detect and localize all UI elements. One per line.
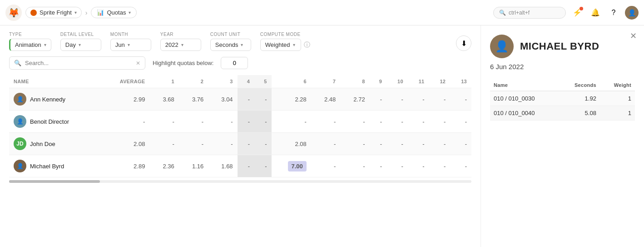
value-cell[interactable]: - <box>450 88 471 111</box>
value-cell[interactable]: - <box>208 111 237 133</box>
value-cell[interactable]: 2.48 <box>311 88 340 111</box>
value-cell[interactable]: 3.68 <box>149 88 178 111</box>
value-cell[interactable]: - <box>179 133 208 155</box>
value-cell[interactable]: - <box>450 133 471 155</box>
year-label: YEAR <box>160 32 201 37</box>
value-cell[interactable]: 2.08 <box>272 133 311 155</box>
value-cell[interactable]: - <box>340 155 369 177</box>
value-cell[interactable]: - <box>149 133 178 155</box>
highlight-input[interactable] <box>221 57 248 69</box>
main-area: TYPE Animation ▾ DETAIL LEVEL Day ▾ MONT… <box>0 25 481 183</box>
type-chevron-icon: ▾ <box>44 42 46 47</box>
table-row[interactable]: 👤Ann Kennedy2.993.683.763.04--2.282.482.… <box>9 88 471 111</box>
value-cell[interactable]: - <box>340 133 369 155</box>
scrollbar-track[interactable] <box>9 180 471 183</box>
month-select[interactable]: Jun ▾ <box>110 39 151 51</box>
col-header-9: 9 <box>370 75 387 88</box>
value-cell[interactable]: - <box>238 133 255 155</box>
user-avatar[interactable]: 👤 <box>625 6 639 20</box>
value-cell[interactable]: 2.28 <box>272 88 311 111</box>
type-select[interactable]: Animation ▾ <box>9 39 51 51</box>
value-cell[interactable]: 1.16 <box>179 155 208 177</box>
breadcrumb-arrow: › <box>85 9 88 16</box>
value-cell[interactable]: - <box>429 133 451 155</box>
value-cell[interactable]: - <box>238 111 255 133</box>
count-value: Seconds <box>215 41 238 48</box>
value-cell[interactable]: - <box>370 155 387 177</box>
panel-person-name: MICHAEL BYRD <box>520 40 599 52</box>
value-cell[interactable]: - <box>386 155 408 177</box>
filters-bar: TYPE Animation ▾ DETAIL LEVEL Day ▾ MONT… <box>0 25 481 51</box>
project-selector[interactable]: Sprite Fright ▾ <box>25 7 82 18</box>
value-cell[interactable]: - <box>408 111 429 133</box>
compute-value: Weighted <box>265 41 290 48</box>
value-cell[interactable]: - <box>254 133 272 155</box>
table-search-container: 🔍 ✕ <box>9 56 145 70</box>
person-name-cell: 👤Ann Kennedy <box>9 88 101 111</box>
compute-select[interactable]: Weighted ▾ <box>260 39 301 51</box>
value-cell[interactable]: 2.36 <box>149 155 178 177</box>
value-cell[interactable]: - <box>254 111 272 133</box>
value-cell[interactable]: 1.68 <box>208 155 237 177</box>
value-cell[interactable]: - <box>340 111 369 133</box>
activity-button[interactable]: ⚡ <box>570 6 584 20</box>
person-name-cell: 👤Michael Byrd <box>9 155 101 177</box>
count-select[interactable]: Seconds ▾ <box>210 39 251 51</box>
table-header-row: NAME AVERAGE 1 2 3 4 5 6 7 8 9 10 11 12 … <box>9 75 471 88</box>
value-cell[interactable]: 3.76 <box>179 88 208 111</box>
value-cell[interactable]: - <box>311 133 340 155</box>
value-cell[interactable]: 2.72 <box>340 88 369 111</box>
value-cell[interactable]: - <box>429 155 451 177</box>
value-cell[interactable]: - <box>408 155 429 177</box>
highlighted-value: 7.00 <box>288 161 307 171</box>
person-cell: 👤Benoit Director <box>14 115 96 128</box>
value-cell[interactable]: - <box>408 133 429 155</box>
help-button[interactable]: ? <box>607 6 620 20</box>
value-cell[interactable]: - <box>408 88 429 111</box>
value-cell[interactable]: - <box>386 133 408 155</box>
compute-help-icon[interactable]: ⓘ <box>304 41 310 49</box>
value-cell[interactable]: - <box>149 111 178 133</box>
value-cell[interactable]: - <box>450 155 471 177</box>
value-cell[interactable]: - <box>311 111 340 133</box>
value-cell[interactable]: - <box>370 111 387 133</box>
panel-row-weight: 1 <box>600 91 635 106</box>
global-search[interactable]: 🔍 ctrl+alt+f <box>493 7 566 19</box>
value-cell[interactable]: - <box>179 111 208 133</box>
value-cell[interactable]: - <box>429 111 451 133</box>
average-cell: 2.99 <box>101 88 150 111</box>
table-row[interactable]: JDJohn Doe2.08-----2.08------- <box>9 133 471 155</box>
table-row[interactable]: 👤Benoit Director-------------- <box>9 111 471 133</box>
value-cell[interactable]: 3.04 <box>208 88 237 111</box>
value-cell[interactable]: 7.00 <box>272 155 311 177</box>
year-select[interactable]: 2022 ▾ <box>160 39 201 51</box>
value-cell[interactable]: - <box>311 155 340 177</box>
value-cell[interactable]: - <box>386 88 408 111</box>
table-row[interactable]: 👤Michael Byrd2.892.361.161.68--7.00-----… <box>9 155 471 177</box>
value-cell[interactable]: - <box>254 88 272 111</box>
value-cell[interactable]: - <box>386 111 408 133</box>
detail-select[interactable]: Day ▾ <box>60 39 101 51</box>
compute-chevron-icon: ▾ <box>293 42 295 47</box>
quotas-nav[interactable]: 📊 Quotas ▾ <box>91 7 137 18</box>
value-cell[interactable]: - <box>238 155 255 177</box>
value-cell[interactable]: - <box>272 111 311 133</box>
value-cell[interactable]: - <box>254 155 272 177</box>
panel-row-name: 010 / 010_0030 <box>490 91 559 106</box>
notifications-button[interactable]: 🔔 <box>589 6 602 20</box>
value-cell[interactable]: - <box>208 133 237 155</box>
download-button[interactable]: ⬇ <box>456 35 471 51</box>
col-header-12: 12 <box>429 75 451 88</box>
value-cell[interactable]: - <box>370 88 387 111</box>
value-cell[interactable]: - <box>429 88 451 111</box>
person-avatar: 👤 <box>14 93 26 106</box>
month-value: Jun <box>115 41 125 48</box>
value-cell[interactable]: - <box>238 88 255 111</box>
table-search-input[interactable] <box>25 60 132 66</box>
panel-row-seconds: 1.92 <box>559 91 600 106</box>
close-panel-button[interactable]: ✕ <box>630 31 637 41</box>
clear-search-button[interactable]: ✕ <box>136 60 140 66</box>
value-cell[interactable]: - <box>450 111 471 133</box>
scrollbar-thumb[interactable] <box>9 180 100 183</box>
value-cell[interactable]: - <box>370 133 387 155</box>
